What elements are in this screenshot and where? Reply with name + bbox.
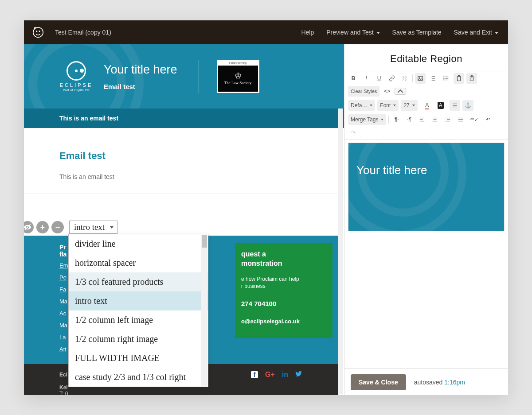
cta-body-2: r business (241, 283, 266, 289)
remove-block-button[interactable]: − (51, 221, 64, 233)
toggle-visibility-button[interactable] (24, 221, 34, 233)
svg-rect-36 (458, 119, 463, 120)
svg-text:2: 2 (430, 78, 431, 80)
dropdown-item[interactable]: 1/3 col featured products (69, 272, 208, 291)
editor-canvas[interactable]: Your title here (348, 143, 505, 231)
text-color-button[interactable]: A (422, 100, 433, 111)
svg-rect-4 (418, 76, 423, 80)
ltr-button[interactable]: ¶› (391, 114, 402, 125)
endorsed-label: Endorsed by (229, 62, 246, 65)
svg-text:3: 3 (430, 80, 431, 81)
anchor-button[interactable]: ⚓ (462, 100, 473, 111)
editor-panel: Editable Region B I U ⛓ 123 (344, 44, 508, 395)
ordered-list-button[interactable]: 123 (428, 73, 438, 84)
svg-point-12 (443, 76, 444, 77)
paste-text-button[interactable]: T (466, 73, 477, 84)
cta-email: o@eclipselegal.co.uk (241, 318, 326, 325)
undo-button[interactable]: ↶ (483, 114, 493, 125)
dropdown-item[interactable]: divider line (69, 234, 208, 253)
link-button[interactable] (387, 73, 397, 84)
preview-test-menu[interactable]: Preview and Test (326, 29, 379, 36)
bg-color-button[interactable]: A (435, 100, 447, 111)
block-type-select[interactable]: intro text (69, 221, 117, 234)
svg-text:1: 1 (430, 76, 431, 78)
save-template-label: Save as Template (392, 29, 442, 36)
dropdown-item[interactable]: case study 2/3 and 1/3 col right (69, 368, 208, 387)
footer-company: Ecl (59, 372, 67, 378)
align-justify-button[interactable] (455, 114, 466, 125)
topbar: Test Email (copy 01) Help Preview and Te… (24, 20, 508, 44)
google-plus-icon[interactable]: G+ (265, 371, 275, 379)
email-body-block[interactable]: Email test This is an email test (24, 128, 344, 194)
cta-demo-box[interactable]: quest a monstration e how Proclaim can h… (235, 243, 332, 338)
chevron-down-icon (376, 32, 380, 34)
block-selected-label: intro text (74, 222, 105, 232)
email-header[interactable]: ECLIPSE Part of Capita Plc Your title he… (24, 44, 344, 109)
chevron-down-icon (381, 119, 383, 120)
editor-title: Editable Region (344, 44, 508, 71)
font-size-select[interactable]: 27 (401, 100, 417, 111)
rtl-button[interactable]: ‹¶ (404, 114, 415, 125)
svg-point-1 (36, 31, 37, 32)
svg-rect-7 (432, 76, 435, 77)
canvas-title[interactable]: Your title here (348, 143, 504, 177)
footer-intro-2: fla (59, 251, 66, 258)
font-name-select[interactable]: Font (377, 100, 399, 111)
redo-button[interactable]: ↷ (348, 127, 359, 138)
svg-rect-9 (432, 78, 435, 78)
body-text: This is an email test (59, 173, 309, 180)
mailchimp-logo[interactable] (24, 25, 52, 39)
unordered-list-button[interactable] (441, 73, 451, 84)
dropdown-scrollbar[interactable] (201, 235, 207, 386)
italic-button[interactable]: I (361, 73, 372, 84)
save-template-menu[interactable]: Save as Template (392, 29, 442, 36)
font-family-select[interactable]: Defa… (348, 100, 375, 111)
email-subheader[interactable]: This is an email test (24, 109, 344, 128)
dropdown-item[interactable]: 1/2 column right image (69, 330, 208, 349)
svg-point-16 (443, 79, 444, 80)
block-actions: + − intro text (24, 221, 117, 234)
save-close-button[interactable]: Save & Close (351, 374, 406, 390)
footer-addr-2: T: 0 (59, 391, 302, 395)
source-code-button[interactable]: <> (382, 86, 392, 97)
facebook-icon[interactable]: f (251, 371, 258, 378)
app-window: Test Email (copy 01) Help Preview and Te… (24, 20, 508, 395)
chevron-down-icon (495, 32, 498, 34)
svg-rect-29 (433, 118, 438, 118)
paste-button[interactable] (454, 73, 464, 84)
svg-rect-37 (458, 121, 463, 121)
svg-rect-32 (446, 118, 450, 118)
dropdown-item-selected[interactable]: intro text (69, 291, 208, 310)
dropdown-item[interactable]: 1/2 column left image (69, 310, 208, 330)
bold-button[interactable]: B (348, 73, 359, 84)
dropdown-item[interactable]: FULL WIDTH IMAGE (69, 349, 208, 368)
spellcheck-button[interactable]: ᵃᵇ✓ (468, 114, 481, 125)
eclipse-logo: ECLIPSE Part of Capita Plc (59, 61, 93, 92)
brand-name: ECLIPSE (59, 82, 93, 88)
autosave-status: autosaved 1:16pm (414, 379, 465, 386)
image-button[interactable] (415, 73, 426, 84)
svg-rect-25 (453, 107, 457, 107)
twitter-icon[interactable] (295, 370, 302, 379)
merge-tags-select[interactable]: Merge Tags (348, 114, 386, 125)
unlink-button[interactable]: ⛓ (399, 73, 410, 84)
law-society-badge: Endorsed by ♔ The Law Society (217, 60, 259, 93)
block-type-dropdown[interactable]: divider line horizontal spacer 1/3 col f… (68, 234, 208, 387)
align-right-button[interactable] (442, 114, 453, 125)
linkedin-icon[interactable]: in (282, 371, 288, 379)
svg-rect-23 (453, 104, 457, 104)
clear-styles-button[interactable]: Clear Styles (348, 86, 379, 97)
align-center-button[interactable] (430, 114, 440, 125)
collapse-button[interactable] (395, 88, 406, 95)
add-block-button[interactable]: + (36, 221, 49, 233)
email-title: Your title here (104, 63, 177, 77)
help-menu[interactable]: Help (301, 29, 314, 36)
editor-footer: Save & Close autosaved 1:16pm (344, 368, 508, 395)
underline-button[interactable]: U (374, 73, 384, 84)
align-left-button[interactable] (417, 114, 427, 125)
save-exit-menu[interactable]: Save and Exit (454, 29, 498, 36)
dropdown-item[interactable]: horizontal spacer (69, 253, 208, 272)
line-height-button[interactable] (450, 100, 460, 111)
svg-rect-30 (434, 119, 437, 120)
svg-rect-13 (445, 77, 448, 77)
